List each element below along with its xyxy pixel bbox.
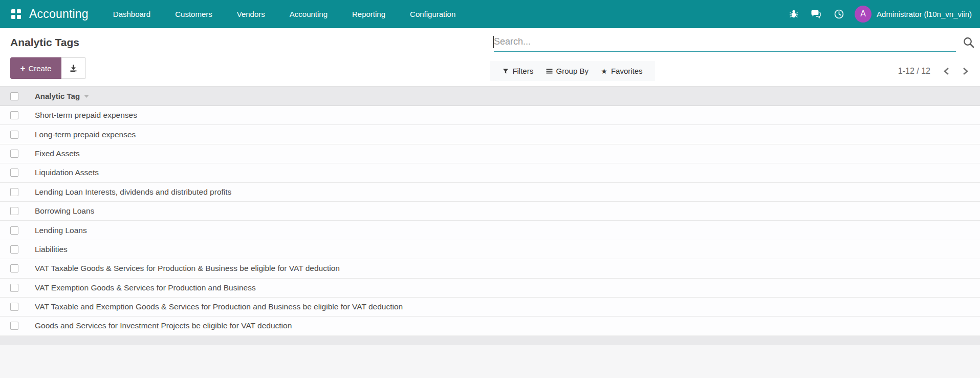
select-all-checkbox[interactable] [10,92,18,100]
top-navbar: Accounting Dashboard Customers Vendors A… [0,0,980,28]
row-label: Fixed Assets [35,149,80,158]
create-button[interactable]: + Create [10,57,61,79]
table-row[interactable]: Lending Loan Interests, dividends and di… [0,183,980,202]
download-icon [69,64,78,73]
row-checkbox[interactable] [10,188,18,196]
avatar-initial: A [860,9,866,18]
menu-customers[interactable]: Customers [163,0,225,28]
create-button-label: Create [28,64,51,73]
row-checkbox[interactable] [10,169,18,177]
table-header: Analytic Tag [0,86,980,106]
row-checkbox[interactable] [10,245,18,254]
row-checkbox[interactable] [10,303,18,311]
row-label: Lending Loan Interests, dividends and di… [35,187,231,197]
table-row[interactable]: VAT Exemption Goods & Services for Produ… [0,279,980,298]
funnel-icon [503,68,509,74]
search-options: Filters Group By ★ Favorites [490,61,655,81]
table-row[interactable]: Short-term prepaid expenses [0,106,980,125]
menu-reporting[interactable]: Reporting [340,0,398,28]
bars-icon [546,68,553,74]
row-checkbox[interactable] [10,226,18,235]
row-checkbox[interactable] [10,284,18,292]
text-cursor [493,36,494,48]
user-avatar[interactable]: A [855,6,872,23]
table-body: Short-term prepaid expenses Long-term pr… [0,106,980,336]
row-label: VAT Exemption Goods & Services for Produ… [35,283,256,292]
table-footer-band [0,336,980,345]
plus-icon: + [20,64,26,73]
menu-dashboard[interactable]: Dashboard [101,0,163,28]
table-row[interactable]: Liabilities [0,240,980,259]
row-label: Lending Loans [35,226,87,235]
filters-label: Filters [512,67,533,75]
pager-value[interactable]: 1-12 / 12 [898,67,930,76]
pager-next-button[interactable] [958,65,972,77]
row-label: VAT Taxable Goods & Services for Product… [35,264,340,273]
bug-icon[interactable] [788,8,799,19]
row-label: Borrowing Loans [35,206,94,216]
row-checkbox[interactable] [10,264,18,272]
page-title: Analytic Tags [10,36,79,49]
row-label: Goods and Services for Investment Projec… [35,321,292,330]
row-label: Liabilities [35,245,68,254]
apps-grid-icon[interactable] [11,9,21,19]
row-label: Short-term prepaid expenses [35,111,137,120]
table-row[interactable]: Goods and Services for Investment Projec… [0,317,980,335]
search-input[interactable] [494,32,956,52]
group-by-label: Group By [556,67,589,75]
column-header-analytic-tag[interactable]: Analytic Tag [35,92,80,100]
table-row[interactable]: Liquidation Assets [0,163,980,182]
favorites-label: Favorites [611,67,643,75]
menu-vendors[interactable]: Vendors [225,0,277,28]
chat-icon[interactable] [811,8,822,19]
table-row[interactable]: Borrowing Loans [0,202,980,221]
user-menu[interactable]: Administrator (l10n_vn_viin) [877,10,972,18]
row-checkbox[interactable] [10,111,18,119]
row-label: Long-term prepaid expenses [35,130,136,139]
pager-previous-button[interactable] [940,65,954,77]
row-checkbox[interactable] [10,207,18,215]
table-row[interactable]: VAT Taxable Goods & Services for Product… [0,259,980,278]
group-by-button[interactable]: Group By [546,67,589,75]
row-label: Liquidation Assets [35,168,99,177]
favorites-button[interactable]: ★ Favorites [601,67,642,75]
clock-icon[interactable] [833,8,844,19]
main-menu: Dashboard Customers Vendors Accounting R… [101,0,468,28]
table-row[interactable]: Lending Loans [0,221,980,240]
app-brand[interactable]: Accounting [29,7,89,21]
content-background [0,345,980,378]
table-row[interactable]: Fixed Assets [0,144,980,163]
sort-caret-icon [84,95,89,98]
pager: 1-12 / 12 [870,61,972,81]
menu-accounting[interactable]: Accounting [277,0,340,28]
row-label: VAT Taxable and Exemption Goods & Servic… [35,302,403,311]
row-checkbox[interactable] [10,322,18,330]
star-icon: ★ [601,68,607,75]
search-icon[interactable] [961,35,976,50]
export-button[interactable] [61,57,86,79]
row-checkbox[interactable] [10,150,18,158]
table-row[interactable]: Long-term prepaid expenses [0,125,980,144]
menu-configuration[interactable]: Configuration [398,0,468,28]
table-row[interactable]: VAT Taxable and Exemption Goods & Servic… [0,298,980,317]
navbar-right: A Administrator (l10n_vn_viin) [777,6,980,23]
search-bar [494,32,956,52]
row-checkbox[interactable] [10,131,18,139]
filters-button[interactable]: Filters [503,67,533,75]
